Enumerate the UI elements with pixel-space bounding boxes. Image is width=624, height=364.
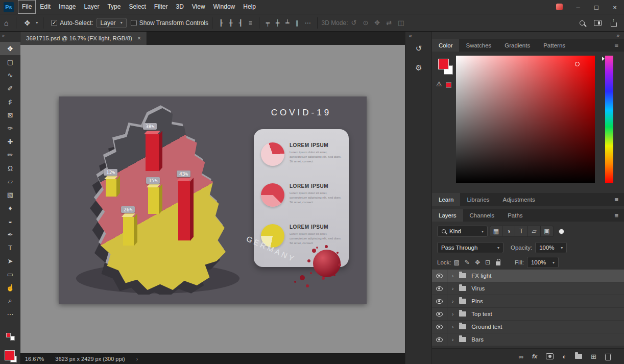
align-right-icon[interactable]: ┨ bbox=[236, 19, 246, 27]
filter-adjustment-layers-icon[interactable]: ◑ bbox=[502, 226, 515, 237]
filter-kind-select[interactable]: Kind ▾ bbox=[437, 226, 488, 237]
close-button[interactable]: × bbox=[606, 0, 624, 14]
visibility-toggle[interactable] bbox=[432, 321, 447, 333]
layer-style-icon[interactable]: fx bbox=[532, 353, 537, 359]
tab-libraries[interactable]: Libraries bbox=[460, 193, 496, 206]
tab-paths[interactable]: Paths bbox=[501, 209, 529, 222]
panel-menu-icon[interactable]: ≡ bbox=[614, 193, 624, 206]
healing-brush-tool[interactable]: ✚ bbox=[0, 135, 20, 148]
distribute-vertical-icon[interactable]: ∥ bbox=[292, 19, 301, 27]
foreground-color-well[interactable] bbox=[438, 59, 449, 69]
eraser-tool[interactable]: ▱ bbox=[0, 175, 20, 188]
app-update-icon[interactable] bbox=[556, 4, 563, 10]
menu-file[interactable]: File bbox=[18, 0, 36, 14]
share-icon[interactable] bbox=[611, 22, 617, 27]
tab-learn[interactable]: Learn bbox=[432, 193, 460, 206]
expand-panels-icon[interactable]: « bbox=[409, 33, 412, 39]
menu-type[interactable]: Type bbox=[103, 0, 125, 14]
menu-edit[interactable]: Edit bbox=[36, 0, 55, 14]
minimize-button[interactable]: – bbox=[569, 0, 587, 14]
hue-slider[interactable] bbox=[605, 56, 613, 183]
visibility-toggle[interactable] bbox=[432, 295, 447, 307]
layer-row-ground-text[interactable]: › Ground text bbox=[432, 321, 624, 333]
menu-view[interactable]: View bbox=[188, 0, 209, 14]
lock-transparency-icon[interactable]: ▨ bbox=[451, 259, 462, 266]
menu-select[interactable]: Select bbox=[125, 0, 150, 14]
history-panel-icon[interactable]: ↺ bbox=[405, 40, 432, 57]
layer-row-virus[interactable]: › Virus bbox=[432, 282, 624, 295]
collapse-panels-icon[interactable]: » bbox=[616, 33, 619, 38]
align-left-icon[interactable]: ┠ bbox=[216, 19, 226, 27]
clone-stamp-tool[interactable]: Ω bbox=[0, 161, 20, 175]
align-center-horizontal-icon[interactable]: ╂ bbox=[226, 19, 235, 27]
lock-position-icon[interactable]: ✥ bbox=[472, 259, 483, 266]
layer-filter-toggle[interactable] bbox=[559, 229, 564, 234]
menu-help[interactable]: Help bbox=[239, 0, 260, 14]
quick-selection-tool[interactable]: ✐ bbox=[0, 82, 20, 95]
pen-tool[interactable]: ✒ bbox=[0, 228, 20, 241]
layer-row-top-text[interactable]: › Top text bbox=[432, 308, 624, 321]
foreground-color-swatch[interactable] bbox=[5, 350, 15, 360]
tab-color[interactable]: Color bbox=[432, 39, 459, 52]
status-options-icon[interactable]: › bbox=[136, 356, 138, 362]
menu-window[interactable]: Window bbox=[209, 0, 239, 14]
new-group-icon[interactable] bbox=[575, 354, 582, 359]
toolbar-collapse-icon[interactable]: » bbox=[2, 33, 5, 38]
lasso-tool[interactable]: ∿ bbox=[0, 68, 20, 82]
brush-tool[interactable]: ✏ bbox=[0, 148, 20, 161]
artboard[interactable]: 38% 12% 15% 43% 26% GERMANY COVID-19 LOR… bbox=[59, 96, 367, 304]
expand-group-icon[interactable]: › bbox=[452, 337, 453, 343]
adjustment-layer-icon[interactable]: ◐ bbox=[562, 353, 566, 360]
menu-filter[interactable]: Filter bbox=[150, 0, 172, 14]
auto-select-checkbox[interactable]: ✓ bbox=[51, 20, 57, 26]
document-close-icon[interactable]: × bbox=[137, 35, 141, 42]
filter-smart-objects-icon[interactable]: ▣ bbox=[541, 226, 554, 237]
filter-shape-layers-icon[interactable]: ▱ bbox=[528, 226, 541, 237]
properties-panel-icon[interactable]: ⚙ bbox=[405, 59, 432, 77]
move-tool-preset-icon[interactable]: ✥ bbox=[20, 19, 34, 27]
edit-toolbar-icon[interactable]: ⋯ bbox=[0, 307, 20, 321]
path-selection-tool[interactable]: ➤ bbox=[0, 254, 20, 268]
menu-layer[interactable]: Layer bbox=[80, 0, 103, 14]
tab-channels[interactable]: Channels bbox=[463, 209, 501, 222]
tab-layers[interactable]: Layers bbox=[432, 209, 463, 222]
search-icon[interactable] bbox=[580, 20, 585, 26]
panel-menu-icon[interactable]: ≡ bbox=[614, 39, 624, 52]
gradient-tool[interactable]: ▧ bbox=[0, 188, 20, 201]
zoom-level-field[interactable]: 16.67% bbox=[25, 356, 44, 362]
align-bottom-icon[interactable]: ┷ bbox=[282, 19, 292, 27]
chevron-down-icon[interactable]: ▾ bbox=[34, 20, 39, 25]
marquee-tool[interactable]: ▢ bbox=[0, 55, 20, 68]
visibility-toggle[interactable] bbox=[432, 270, 447, 282]
home-icon[interactable]: ⌂ bbox=[0, 19, 12, 27]
gamut-warning-icon[interactable]: ⚠ bbox=[436, 80, 442, 88]
expand-group-icon[interactable]: › bbox=[452, 311, 453, 317]
document-tab[interactable]: 3691715.psd @ 16.7% (FX light, RGB/8) × bbox=[20, 32, 147, 45]
tab-gradients[interactable]: Gradients bbox=[498, 39, 537, 52]
visibility-toggle[interactable] bbox=[432, 308, 447, 320]
auto-select-target-select[interactable]: Layer ▾ bbox=[97, 18, 127, 28]
show-transform-checkbox[interactable]: ✓ bbox=[131, 20, 137, 26]
distribute-horizontal-icon[interactable]: ≡ bbox=[246, 19, 255, 27]
align-middle-icon[interactable]: ┿ bbox=[273, 19, 282, 27]
maximize-button[interactable]: □ bbox=[587, 0, 606, 14]
opacity-select[interactable]: 100% ▾ bbox=[535, 242, 567, 253]
expand-group-icon[interactable]: › bbox=[452, 286, 453, 292]
lock-paint-icon[interactable]: ✎ bbox=[462, 259, 472, 266]
new-layer-icon[interactable]: ⊞ bbox=[591, 353, 596, 360]
layer-row-fx-light[interactable]: › FX light bbox=[432, 270, 624, 282]
lock-all-icon[interactable] bbox=[496, 261, 500, 265]
color-picker-marker[interactable] bbox=[575, 62, 580, 66]
more-align-options-icon[interactable]: ⋯ bbox=[301, 19, 314, 27]
tab-swatches[interactable]: Swatches bbox=[459, 39, 498, 52]
frame-tool[interactable]: ⊠ bbox=[0, 108, 20, 122]
crop-tool[interactable]: ♯ bbox=[0, 95, 20, 108]
workspace-switcher-icon[interactable] bbox=[594, 20, 602, 26]
default-colors-icon[interactable] bbox=[6, 333, 15, 341]
saturation-brightness-field[interactable] bbox=[456, 56, 595, 183]
move-tool[interactable]: ✥ bbox=[0, 42, 20, 55]
canvas-area[interactable]: 38% 12% 15% 43% 26% GERMANY COVID-19 LOR… bbox=[20, 45, 405, 353]
zoom-tool[interactable]: ⌕ bbox=[0, 294, 20, 307]
fill-select[interactable]: 100% ▾ bbox=[527, 257, 559, 268]
expand-group-icon[interactable]: › bbox=[452, 324, 453, 330]
